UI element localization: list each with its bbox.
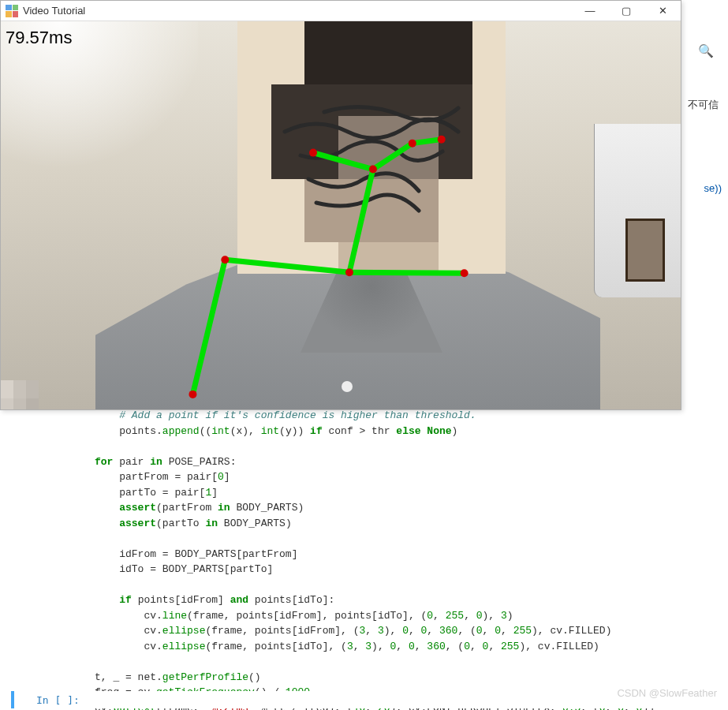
window-title: Video Tutorial	[23, 5, 572, 17]
partial-code-text: se))	[704, 182, 722, 194]
svg-line-6	[192, 260, 225, 394]
pose-skeleton	[1, 21, 681, 409]
svg-line-3	[349, 170, 373, 273]
cell-prompt: In [ ]:	[36, 694, 80, 706]
untrusted-label: 不可信	[685, 96, 722, 114]
svg-point-11	[345, 268, 353, 276]
svg-point-12	[221, 256, 229, 263]
svg-point-10	[438, 136, 446, 144]
jupyter-cell[interactable]: In [ ]:	[11, 691, 705, 708]
video-window: Video Tutorial — ▢ ✕ 79.57ms	[0, 0, 681, 410]
timing-overlay: 79.57ms	[6, 28, 72, 48]
svg-point-14	[189, 390, 196, 398]
video-canvas: 79.57ms	[1, 21, 681, 409]
titlebar[interactable]: Video Tutorial — ▢ ✕	[1, 1, 681, 21]
maximize-button[interactable]: ▢	[608, 1, 644, 21]
code-block: # Add a point if it's confidence is high…	[95, 408, 710, 710]
svg-point-7	[369, 166, 377, 174]
watermark: CSDN @SlowFeather	[617, 687, 717, 699]
svg-line-4	[225, 260, 349, 272]
svg-line-0	[313, 153, 373, 170]
search-icon[interactable]: 🔍	[698, 43, 714, 58]
svg-point-8	[309, 149, 317, 157]
svg-point-13	[461, 269, 469, 277]
svg-line-1	[373, 144, 413, 170]
svg-line-5	[349, 272, 465, 273]
app-icon	[6, 5, 18, 17]
svg-line-2	[413, 140, 442, 144]
minimize-button[interactable]: —	[572, 1, 608, 21]
svg-point-9	[409, 140, 416, 148]
close-button[interactable]: ✕	[644, 1, 681, 21]
